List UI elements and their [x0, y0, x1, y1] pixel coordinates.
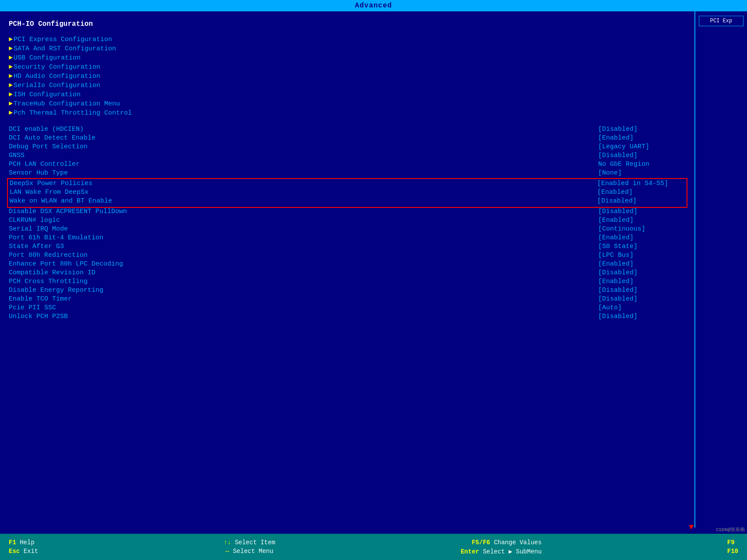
content-panel: PCH-IO Configuration ► PCI Express Confi…: [0, 11, 694, 528]
bottom-far-right: F9 F10: [727, 539, 738, 555]
help-label: Help: [20, 539, 35, 546]
config-row-dci-auto[interactable]: DCI Auto Detect Enable [Enabled]: [9, 134, 686, 142]
f10-row: F10: [727, 548, 738, 555]
select-menu-row: ↔ Select Menu: [224, 548, 275, 555]
config-row-wake-wlan[interactable]: Wake on WLAN and BT Enable [Disabled]: [10, 197, 685, 205]
menu-item-sata[interactable]: ► SATA And RST Configuration: [9, 45, 686, 52]
arrow-icon-ish: ►: [9, 91, 13, 98]
arrow-icon-hdaudio: ►: [9, 73, 13, 80]
menu-item-security[interactable]: ► Security Configuration: [9, 63, 686, 71]
config-row-tco-timer[interactable]: Enable TCO Timer [Disabled]: [9, 295, 686, 303]
arrow-icon-thermal: ►: [9, 109, 13, 117]
select-item-row: ↑↓ Select Item: [224, 539, 275, 546]
config-row-state-g3[interactable]: State After G3 [S0 State]: [9, 243, 686, 250]
top-bar-title: Advanced: [355, 2, 392, 10]
config-row-pcie-ssc[interactable]: Pcie PII SSC [Auto]: [9, 304, 686, 312]
bottom-bar: F1 Help Esc Exit ↑↓ Select Item ↔ Select…: [0, 534, 747, 560]
menu-item-serialio[interactable]: ► SerialIo Configuration: [9, 82, 686, 89]
sidebar-panel: PCI Exp: [694, 11, 747, 528]
config-row-disable-dsx[interactable]: Disable DSX ACPRESENT PullDown [Disabled…: [9, 208, 686, 215]
watermark: CSDN@张东南: [716, 526, 745, 533]
config-row-serial-irq[interactable]: Serial IRQ Mode [Continuous]: [9, 225, 686, 233]
esc-exit: Esc Exit: [9, 548, 38, 555]
divider1: [9, 119, 686, 126]
change-values-label: Change Values: [494, 539, 542, 546]
scroll-indicator: ▼: [689, 523, 694, 532]
enter-submenu-row: Enter Select ▶ SubMenu: [461, 548, 542, 555]
config-list-post: Disable DSX ACPRESENT PullDown [Disabled…: [9, 208, 686, 320]
bottom-right: F5/F6 Change Values Enter Select ▶ SubMe…: [461, 539, 542, 555]
arrow-icon-security: ►: [9, 63, 13, 71]
f1-help: F1 Help: [9, 539, 38, 546]
config-row-sensor-hub[interactable]: Sensor Hub Type [None]: [9, 169, 686, 177]
f9-row: F9: [727, 539, 738, 546]
menu-item-usb[interactable]: ► USB Configuration: [9, 54, 686, 62]
highlighted-section: DeepSx Power Policies [Enabled in S4-S5]…: [7, 178, 687, 208]
menu-item-tracehub[interactable]: ► TraceHub Configuration Menu: [9, 100, 686, 108]
config-list-pre: DCI enable (HDCIEN) [Disabled] DCI Auto …: [9, 126, 686, 177]
arrow-icon-sata: ►: [9, 45, 13, 52]
page-title: PCH-IO Configuration: [9, 20, 686, 28]
change-values-row: F5/F6 Change Values: [461, 539, 542, 546]
config-row-dci[interactable]: DCI enable (HDCIEN) [Disabled]: [9, 126, 686, 133]
config-row-deepsx[interactable]: DeepSx Power Policies [Enabled in S4-S5]: [10, 180, 685, 187]
config-row-port80[interactable]: Port 80h Redirection [LPC Bus]: [9, 252, 686, 259]
config-row-pch-lan[interactable]: PCH LAN Controller No GbE Region: [9, 161, 686, 168]
config-row-clkrun[interactable]: CLKRUN# logic [Enabled]: [9, 217, 686, 224]
config-row-enhance-port80[interactable]: Enhance Port 80h LPC Decoding [Enabled]: [9, 260, 686, 268]
sidebar-label: PCI Exp: [699, 16, 743, 26]
arrow-icon-usb: ►: [9, 54, 13, 62]
menu-item-pci[interactable]: ► PCI Express Configuration: [9, 36, 686, 43]
config-row-lan-wake[interactable]: LAN Wake From DeepSx [Enabled]: [10, 189, 685, 196]
menu-item-hdaudio[interactable]: ► HD Audio Configuration: [9, 73, 686, 80]
bottom-left: F1 Help Esc Exit: [9, 539, 38, 555]
config-row-port61[interactable]: Port 61h Bit-4 Emulation [Enabled]: [9, 234, 686, 242]
select-submenu-label: Select ▶ SubMenu: [483, 548, 542, 555]
bottom-center: ↑↓ Select Item ↔ Select Menu: [224, 539, 275, 555]
config-row-pch-throttle[interactable]: PCH Cross Throttling [Enabled]: [9, 278, 686, 285]
config-row-debug-port[interactable]: Debug Port Selection [Legacy UART]: [9, 143, 686, 150]
select-menu-label: Select Menu: [233, 548, 273, 555]
config-row-unlock-p2sb[interactable]: Unlock PCH P2SB [Disabled]: [9, 313, 686, 320]
config-row-compatible-rev[interactable]: Compatible Revision ID [Disabled]: [9, 269, 686, 276]
exit-label: Exit: [24, 548, 39, 555]
menu-list: ► PCI Express Configuration ► SATA And R…: [9, 36, 686, 117]
main-area: PCH-IO Configuration ► PCI Express Confi…: [0, 11, 747, 528]
menu-item-thermal[interactable]: ► Pch Thermal Throttling Control: [9, 109, 686, 117]
config-row-gnss[interactable]: GNSS [Disabled]: [9, 152, 686, 159]
select-item-label: Select Item: [235, 539, 275, 546]
arrow-icon-serialio: ►: [9, 82, 13, 89]
menu-item-ish[interactable]: ► ISH Configuration: [9, 91, 686, 98]
arrow-icon-pci: ►: [9, 36, 13, 43]
config-row-energy-report[interactable]: Disable Energy Reporting [Disabled]: [9, 287, 686, 294]
arrow-icon-tracehub: ►: [9, 100, 13, 108]
top-bar: Advanced: [0, 0, 747, 11]
